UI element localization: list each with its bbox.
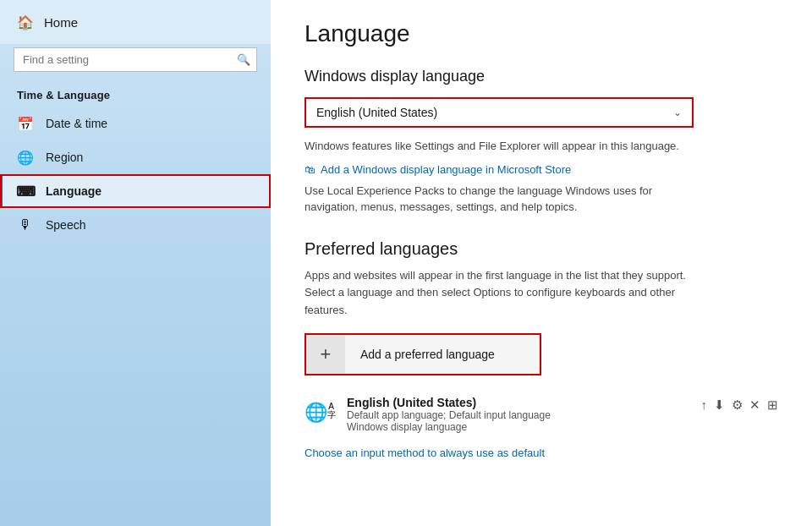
ms-store-link-text: Add a Windows display language in Micros… bbox=[321, 163, 571, 176]
search-input[interactable] bbox=[14, 47, 257, 72]
calendar-icon: 📅 bbox=[17, 115, 34, 132]
language-entry-icon: 🌐A字 bbox=[304, 397, 335, 428]
sidebar-item-region[interactable]: 🌐 Region bbox=[0, 140, 271, 174]
region-icon: 🌐 bbox=[17, 149, 34, 166]
sidebar-item-label: Language bbox=[46, 184, 102, 198]
options-icon[interactable]: ⚙ bbox=[732, 397, 743, 413]
page-title: Language bbox=[304, 20, 778, 47]
move-up-icon[interactable]: ↑ bbox=[701, 397, 708, 412]
move-down-icon[interactable]: ⬇ bbox=[714, 397, 725, 413]
language-entry-meta2: Windows display language bbox=[347, 421, 689, 433]
microphone-icon: 🎙 bbox=[17, 216, 34, 233]
home-icon: 🏠 bbox=[17, 14, 34, 30]
sidebar: 🏠 Home 🔍 Time & Language 📅 Date & time 🌐… bbox=[0, 0, 271, 526]
language-entry-meta1: Default app language; Default input lang… bbox=[347, 409, 689, 421]
experience-packs-text: Use Local Experience Packs to change the… bbox=[304, 183, 694, 216]
display-lang-value: English (United States) bbox=[316, 106, 673, 119]
search-box: 🔍 bbox=[14, 47, 257, 72]
sidebar-item-label: Speech bbox=[46, 218, 85, 232]
display-lang-dropdown[interactable]: English (United States) ⌄ bbox=[304, 97, 694, 128]
sidebar-item-speech[interactable]: 🎙 Speech bbox=[0, 208, 271, 242]
language-entry-actions: ↑ ⬇ ⚙ ✕ ⊞ bbox=[701, 397, 779, 413]
language-entry-name: English (United States) bbox=[347, 396, 689, 409]
more-icon[interactable]: ⊞ bbox=[767, 397, 778, 413]
chevron-down-icon: ⌄ bbox=[673, 107, 682, 118]
add-lang-btn-label: Add a preferred language bbox=[354, 348, 502, 361]
sidebar-item-language[interactable]: ⌨ Language bbox=[0, 174, 271, 208]
plus-icon: + bbox=[306, 335, 345, 374]
language-entry-info: English (United States) Default app lang… bbox=[347, 396, 689, 433]
sidebar-item-label: Date & time bbox=[46, 117, 107, 130]
display-lang-desc: Windows features like Settings and File … bbox=[304, 138, 694, 155]
sidebar-item-label: Region bbox=[46, 151, 83, 164]
ms-store-link[interactable]: 🛍 Add a Windows display language in Micr… bbox=[304, 163, 778, 176]
preferred-lang-section-title: Preferred languages bbox=[304, 239, 778, 259]
store-icon: 🛍 bbox=[304, 163, 315, 176]
sidebar-section-title: Time & Language bbox=[0, 82, 271, 107]
search-icon: 🔍 bbox=[237, 53, 250, 66]
sidebar-item-date-time[interactable]: 📅 Date & time bbox=[0, 107, 271, 140]
add-preferred-lang-button[interactable]: + Add a preferred language bbox=[304, 333, 541, 375]
sidebar-item-home[interactable]: 🏠 Home bbox=[0, 0, 271, 44]
input-method-link[interactable]: Choose an input method to always use as … bbox=[304, 447, 778, 459]
language-entry: 🌐A字 English (United States) Default app … bbox=[304, 391, 778, 438]
sidebar-home-label: Home bbox=[44, 15, 78, 30]
remove-icon[interactable]: ✕ bbox=[749, 397, 760, 413]
language-icon: ⌨ bbox=[17, 183, 34, 200]
display-lang-section-title: Windows display language bbox=[304, 68, 778, 85]
main-content: Language Windows display language Englis… bbox=[271, 0, 812, 526]
preferred-lang-desc: Apps and websites will appear in the fir… bbox=[304, 267, 694, 320]
